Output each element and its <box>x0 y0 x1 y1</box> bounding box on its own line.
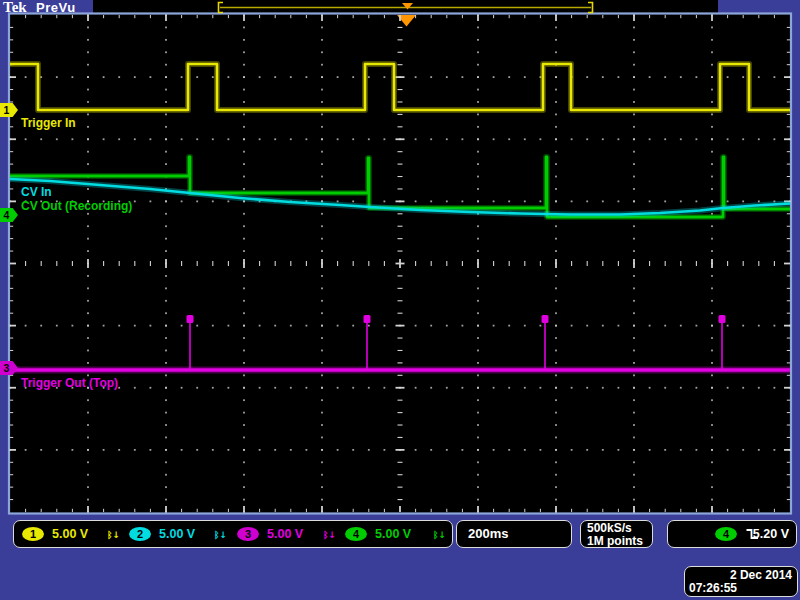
trigger-source-badge: 4 <box>715 527 737 541</box>
trigger-position-icon-strip <box>402 3 413 10</box>
channel-4-badge: 4 <box>345 527 367 541</box>
channel-2-badge: 2 <box>129 527 151 541</box>
date-label: 2 Dec 2014 <box>685 568 797 582</box>
trace-label-cv-out: CV Out (Recording) <box>21 199 132 213</box>
trigger-level: 5.20 V <box>753 521 789 547</box>
channel-3-scale: 5.00 V <box>267 521 303 547</box>
channel-1-scale: 5.00 V <box>52 521 88 547</box>
scope-display <box>0 0 800 600</box>
channel-2-bandwidth-icon: ᛒ↓ <box>214 521 227 547</box>
trace-label-cv-in: CV In <box>21 185 52 199</box>
channel-3-bandwidth-icon: ᛒ↓ <box>323 521 336 547</box>
channel-4-bandwidth-icon: ᛒ↓ <box>433 521 446 547</box>
channel-2-scale: 5.00 V <box>159 521 195 547</box>
tek-logo: Tek <box>3 0 27 15</box>
timebase-value: 200ms <box>468 526 571 541</box>
trace-label-trigger-in: Trigger In <box>21 116 76 130</box>
record-view-window <box>219 3 593 13</box>
trace-label-trigger-out: Trigger Out (Top) <box>21 376 118 390</box>
channel-readout-bar: 1 5.00 V ᛒ↓ 2 5.00 V ᛒ↓ 3 5.00 V ᛒ↓ 4 5.… <box>13 520 453 548</box>
trigger-readout: 4 5.20 V <box>667 520 797 548</box>
datetime-box: 2 Dec 2014 07:26:55 <box>684 566 798 597</box>
channel-1-bandwidth-icon: ᛒ↓ <box>107 521 120 547</box>
time-label: 07:26:55 <box>685 582 797 595</box>
acquisition-readout: 500kS/s 1M points <box>580 520 653 548</box>
channel-3-badge: 3 <box>237 527 259 541</box>
channel-1-badge: 1 <box>22 527 44 541</box>
timebase-readout: 200ms <box>456 520 572 548</box>
channel-4-scale: 5.00 V <box>375 521 411 547</box>
record-length: 1M points <box>587 535 652 548</box>
acquisition-mode-label: PreVu <box>36 0 76 15</box>
